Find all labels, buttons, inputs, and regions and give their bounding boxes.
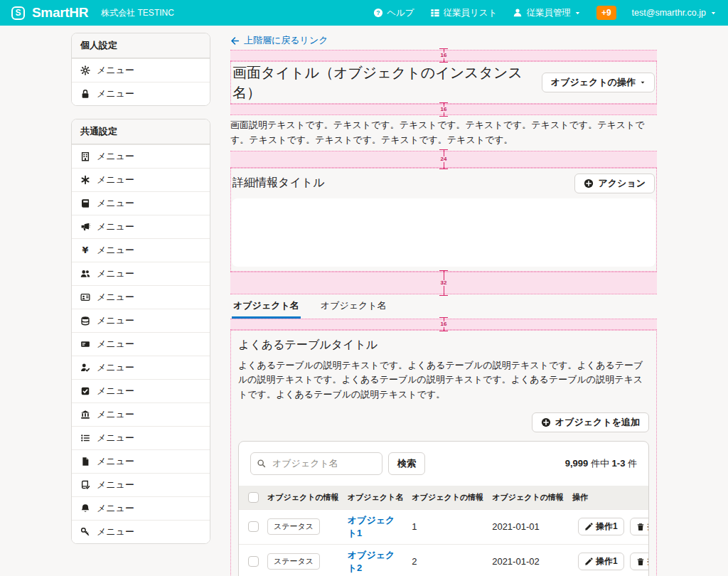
search-button[interactable]: 検索 <box>388 452 425 475</box>
sidebar-group-title: 個人設定 <box>72 33 210 58</box>
sidebar-item-label: メニュー <box>97 267 134 280</box>
row-action-button[interactable]: 操作2 <box>630 518 649 535</box>
detail-section: 詳細情報タイトル アクション <box>230 168 657 272</box>
object-info-cell: 1 <box>407 509 488 544</box>
bank-icon <box>80 410 90 420</box>
row-action-label: 操作2 <box>648 555 649 567</box>
account-menu[interactable]: test@smarthr.co.jp <box>632 8 717 18</box>
sidebar-item[interactable]: メニュー <box>72 285 210 309</box>
header-nav-item[interactable]: 従業員管理 <box>513 7 581 19</box>
sidebar-item[interactable]: メニュー <box>72 82 210 105</box>
app-header: S SmartHR 株式会社 TESTINC ?ヘルプ従業員リスト従業員管理 +… <box>0 0 728 26</box>
table-row: ステータスオブジェクト222021-01-02操作1操作2 <box>239 544 649 576</box>
object-link[interactable]: オブジェクト2 <box>348 550 395 573</box>
header-nav: ?ヘルプ従業員リスト従業員管理 <box>373 7 581 19</box>
sidebar-item-label: メニュー <box>97 502 134 515</box>
object-link[interactable]: オブジェクト1 <box>348 515 395 538</box>
person-icon <box>513 8 523 18</box>
header-nav-label: ヘルプ <box>387 7 414 19</box>
back-link[interactable]: 上階層に戻るリンク <box>230 34 328 47</box>
asterisk-icon <box>80 175 90 185</box>
tab-bar: オブジェクト名オブジェクト名 <box>230 294 657 319</box>
sidebar-item-label: メニュー <box>97 197 134 210</box>
table-list-icon <box>430 8 440 18</box>
sidebar-item-label: メニュー <box>97 220 134 233</box>
header-nav-item[interactable]: ?ヘルプ <box>373 7 414 19</box>
sidebar-item-label: メニュー <box>97 64 134 77</box>
select-all-checkbox[interactable] <box>248 492 259 503</box>
chevron-down-icon <box>710 10 717 16</box>
row-action-button[interactable]: 操作1 <box>578 518 624 535</box>
object-date-cell: 2021-01-01 <box>488 509 568 544</box>
search-input[interactable] <box>250 452 382 475</box>
add-object-button[interactable]: オブジェクトを追加 <box>532 412 649 432</box>
sidebar-item-label: メニュー <box>97 291 134 304</box>
sidebar-item[interactable]: メニュー <box>72 309 210 332</box>
sidebar-item-label: メニュー <box>97 150 134 163</box>
trash-icon <box>636 558 645 566</box>
detail-content-placeholder <box>232 198 655 267</box>
yen-icon: ¥ <box>80 245 90 255</box>
sidebar-item-label: メニュー <box>97 314 134 327</box>
spacing-annotation-24: 24 <box>230 151 657 168</box>
list-icon <box>80 433 90 443</box>
row-checkbox[interactable] <box>248 521 259 532</box>
sidebar-group-title: 共通設定 <box>72 119 210 144</box>
sidebar-item[interactable]: ¥メニュー <box>72 238 210 262</box>
table-section: よくあるテーブルタイトル よくあるテーブルの説明テキストです。よくあるテーブルの… <box>230 330 657 576</box>
sidebar: 個人設定メニューメニュー共通設定メニューメニューメニューメニュー¥メニューメニュ… <box>71 33 210 557</box>
sidebar-item[interactable]: メニュー <box>72 168 210 191</box>
book-check-icon <box>80 480 90 490</box>
notification-badge[interactable]: +9 <box>596 6 616 20</box>
sidebar-item[interactable]: メニュー <box>72 379 210 402</box>
sidebar-item[interactable]: メニュー <box>72 191 210 215</box>
sidebar-item-label: メニュー <box>97 526 134 538</box>
svg-text:?: ? <box>376 9 380 16</box>
pencil-icon <box>584 558 593 566</box>
sidebar-item[interactable]: メニュー <box>72 520 210 543</box>
gear-icon <box>80 65 90 75</box>
tab-active[interactable]: オブジェクト名 <box>232 294 301 319</box>
spacing-annotation-16: 16 <box>230 319 657 330</box>
sidebar-item-label: メニュー <box>97 479 134 491</box>
sidebar-item[interactable]: メニュー <box>72 215 210 238</box>
sidebar-item-label: メニュー <box>97 338 134 351</box>
sidebar-item[interactable]: メニュー <box>72 58 210 82</box>
sidebar-item[interactable]: メニュー <box>72 426 210 449</box>
back-arrow-icon <box>230 36 240 46</box>
object-actions-dropdown-button[interactable]: オブジェクトの操作 <box>542 73 655 92</box>
back-link-label: 上階層に戻るリンク <box>244 34 328 47</box>
brand-name[interactable]: SmartHR <box>32 5 88 21</box>
detail-section-title: 詳細情報タイトル <box>232 176 325 191</box>
row-action-button[interactable]: 操作1 <box>578 553 624 570</box>
sidebar-item-label: メニュー <box>97 87 134 100</box>
sidebar-item[interactable]: メニュー <box>72 496 210 520</box>
sidebar-item[interactable]: メニュー <box>72 332 210 356</box>
sidebar-item[interactable]: メニュー <box>72 473 210 496</box>
sidebar-item[interactable]: メニュー <box>72 262 210 285</box>
sidebar-item[interactable]: メニュー <box>72 356 210 379</box>
sidebar-item[interactable]: メニュー <box>72 402 210 426</box>
sidebar-item[interactable]: メニュー <box>72 144 210 168</box>
smarthr-logo-icon[interactable]: S <box>11 6 25 20</box>
account-email: test@smarthr.co.jp <box>632 8 706 18</box>
row-action-label: 操作1 <box>596 555 618 567</box>
main-content: 上階層に戻るリンク 16 画面タイトル（オブジェクトのインスタンス名） オブジェ… <box>230 33 657 576</box>
tab-inactive[interactable]: オブジェクト名 <box>319 294 388 319</box>
spacing-annotation-32: 32 <box>230 272 657 294</box>
row-action-label: 操作2 <box>648 521 649 533</box>
row-action-button[interactable]: 操作2 <box>630 553 649 570</box>
table-row: ステータスオブジェクト112021-01-01操作1操作2 <box>239 509 649 544</box>
sidebar-item-label: メニュー <box>97 455 134 468</box>
help-icon: ? <box>373 8 383 18</box>
sidebar-item[interactable]: メニュー <box>72 449 210 473</box>
row-checkbox[interactable] <box>248 556 259 567</box>
header-nav-item[interactable]: 従業員リスト <box>430 7 498 19</box>
check-square-icon <box>80 386 90 396</box>
page-description: 画面説明テキストです。テキストです。テキストです。テキストです。テキストです。テ… <box>230 118 657 148</box>
column-header: オブジェクトの情報 <box>407 486 488 510</box>
action-button[interactable]: アクション <box>574 174 655 193</box>
header-nav-label: 従業員リスト <box>444 7 498 19</box>
chevron-down-icon <box>640 80 646 85</box>
page-title-block: 画面タイトル（オブジェクトのインスタンス名） オブジェクトの操作 <box>230 61 657 104</box>
